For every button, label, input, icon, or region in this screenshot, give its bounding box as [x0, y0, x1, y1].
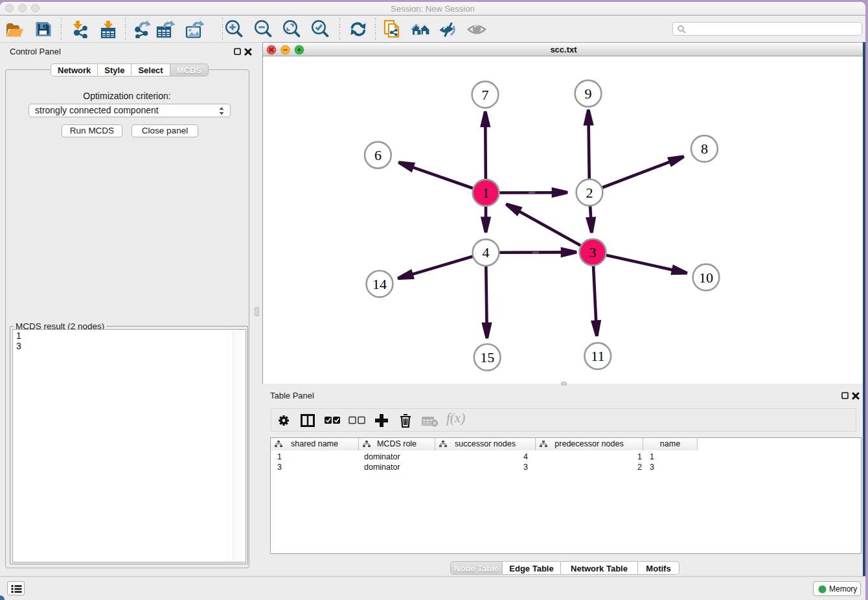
svg-text:9: 9: [585, 86, 592, 102]
svg-text:14: 14: [372, 276, 387, 292]
svg-text:8: 8: [701, 141, 708, 157]
svg-text:15: 15: [480, 349, 494, 365]
svg-text:11: 11: [591, 348, 604, 364]
svg-text:6: 6: [374, 147, 382, 163]
svg-text:3: 3: [589, 244, 597, 260]
svg-text:10: 10: [699, 270, 713, 286]
svg-text:1: 1: [483, 185, 490, 201]
svg-text:2: 2: [586, 185, 593, 201]
svg-text:4: 4: [483, 244, 490, 260]
svg-text:7: 7: [482, 87, 489, 103]
